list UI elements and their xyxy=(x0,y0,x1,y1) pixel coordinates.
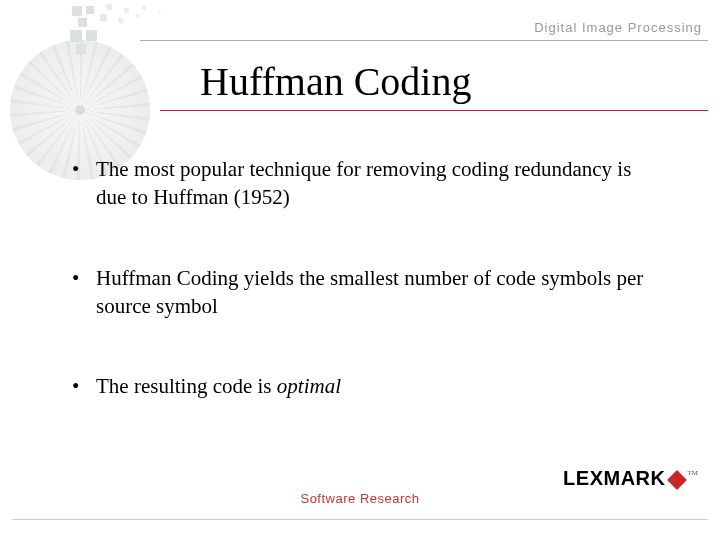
bullet-list: The most popular technique for removing … xyxy=(72,155,660,401)
pixel-scatter-graphic xyxy=(70,4,190,54)
background-decoration xyxy=(0,0,180,180)
bullet-text: The resulting code is optimal xyxy=(96,374,341,398)
slide-title: Huffman Coding xyxy=(200,58,471,105)
diamond-icon xyxy=(667,470,687,490)
body-content: The most popular technique for removing … xyxy=(72,155,660,453)
logo-text: LEXMARK xyxy=(563,467,665,490)
header-divider xyxy=(140,40,708,41)
bullet-item: The resulting code is optimal xyxy=(72,372,660,400)
bullet-item: The most popular technique for removing … xyxy=(72,155,660,212)
header-label: Digital Image Processing xyxy=(534,20,702,35)
lexmark-logo: LEXMARK TM xyxy=(563,467,698,490)
logo-trademark: TM xyxy=(688,469,699,477)
slide: Digital Image Processing Huffman Coding … xyxy=(0,0,720,540)
bullet-text: Huffman Coding yields the smallest numbe… xyxy=(96,266,643,318)
footer-label: Software Research xyxy=(300,491,419,506)
footer-divider xyxy=(12,519,708,520)
footer: Software Research LEXMARK TM xyxy=(0,480,720,516)
title-underline xyxy=(160,110,708,111)
bullet-item: Huffman Coding yields the smallest numbe… xyxy=(72,264,660,321)
bullet-text: The most popular technique for removing … xyxy=(96,157,631,209)
